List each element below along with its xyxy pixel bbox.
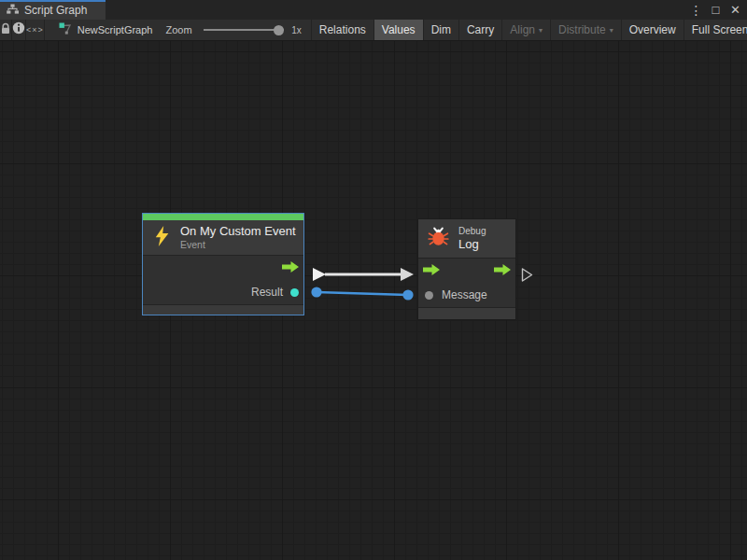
node-header[interactable]: Debug Log: [418, 219, 515, 259]
unconnected-port-triangle-icon[interactable]: [523, 269, 532, 281]
node-footer: [143, 304, 303, 315]
node-title: Log: [458, 237, 486, 252]
script-graph-window: Script Graph ⋮ □ ✕: [0, 0, 747, 560]
value-output-port[interactable]: [290, 288, 299, 297]
lightning-bolt-icon: [154, 226, 170, 250]
chevron-down-icon: ▾: [610, 25, 613, 35]
port-row: [143, 256, 303, 280]
control-wire[interactable]: [313, 268, 414, 281]
distribute-label: Distribute: [558, 23, 606, 36]
port-label-message: Message: [442, 288, 487, 301]
port-row: Result: [143, 280, 303, 304]
relations-button[interactable]: Relations: [312, 20, 374, 40]
info-icon: [12, 21, 25, 38]
port-label-result: Result: [251, 286, 283, 299]
window-controls: ⋮ □ ✕: [688, 0, 747, 20]
node-subtitle: Event: [180, 239, 296, 251]
script-graph-icon: [7, 2, 19, 19]
fullscreen-button[interactable]: Full Screen: [684, 20, 747, 40]
port-row: [418, 259, 515, 283]
tab-bar: Script Graph ⋮ □ ✕: [0, 0, 747, 20]
node-footer: [418, 307, 515, 319]
value-wire[interactable]: [311, 287, 413, 300]
chevron-down-icon: ▾: [539, 25, 543, 35]
node-header[interactable]: On My Custom Event Event: [143, 220, 303, 256]
control-output-port[interactable]: [494, 262, 511, 279]
zoom-slider-track: [204, 29, 285, 31]
fullscreen-label: Full Screen: [692, 23, 747, 36]
graph-name[interactable]: NewScriptGraph: [78, 24, 153, 35]
values-button[interactable]: Values: [374, 20, 424, 40]
node-title: On My Custom Event: [180, 224, 296, 239]
zoom-slider[interactable]: [204, 24, 285, 35]
zoom-value: 1x: [291, 25, 302, 35]
info-button[interactable]: [12, 20, 26, 40]
event-accent-bar: [143, 214, 303, 220]
node-body: Message: [418, 259, 515, 307]
carry-button[interactable]: Carry: [459, 20, 502, 40]
distribute-button[interactable]: Distribute ▾: [551, 20, 622, 40]
control-output-port[interactable]: [282, 259, 299, 276]
control-input-port[interactable]: [423, 262, 440, 279]
dim-button[interactable]: Dim: [424, 20, 459, 40]
overview-button[interactable]: Overview: [622, 20, 684, 40]
connection-layer: [0, 41, 747, 560]
dim-label: Dim: [431, 23, 451, 36]
align-button[interactable]: Align ▾: [502, 20, 551, 40]
bug-icon: [428, 226, 449, 251]
code-preview-button[interactable]: <×>: [26, 20, 45, 40]
graph-breadcrumb-section: NewScriptGraph Zoom 1x: [45, 20, 312, 40]
zoom-slider-handle[interactable]: [274, 25, 284, 35]
node-on-my-custom-event[interactable]: On My Custom Event Event Result: [142, 213, 304, 315]
graph-canvas[interactable]: On My Custom Event Event Result: [0, 41, 747, 560]
values-label: Values: [382, 23, 416, 36]
overview-label: Overview: [629, 23, 676, 36]
toolbar-buttons: Relations Values Dim Carry Align ▾ Distr…: [312, 20, 747, 40]
node-body: Result: [143, 256, 303, 304]
tab-script-graph[interactable]: Script Graph: [0, 0, 106, 20]
carry-label: Carry: [467, 23, 494, 36]
window-menu-icon[interactable]: ⋮: [688, 2, 704, 19]
lock-button[interactable]: [0, 20, 12, 40]
relations-label: Relations: [319, 23, 366, 36]
value-input-port[interactable]: [425, 291, 433, 300]
code-icon: <×>: [26, 25, 44, 35]
align-label: Align: [510, 23, 535, 36]
node-debug-log[interactable]: Debug Log: [417, 218, 516, 320]
graph-asset-icon: [59, 21, 72, 38]
maximize-icon[interactable]: □: [708, 2, 724, 19]
close-icon[interactable]: ✕: [727, 2, 743, 19]
graph-toolbar: <×> NewScriptGraph Zoom 1x Relations: [0, 20, 747, 41]
zoom-label: Zoom: [165, 24, 191, 35]
lock-icon: [0, 21, 11, 38]
tab-title: Script Graph: [24, 3, 87, 17]
port-row: Message: [418, 283, 515, 307]
node-group-label: Debug: [458, 225, 486, 237]
